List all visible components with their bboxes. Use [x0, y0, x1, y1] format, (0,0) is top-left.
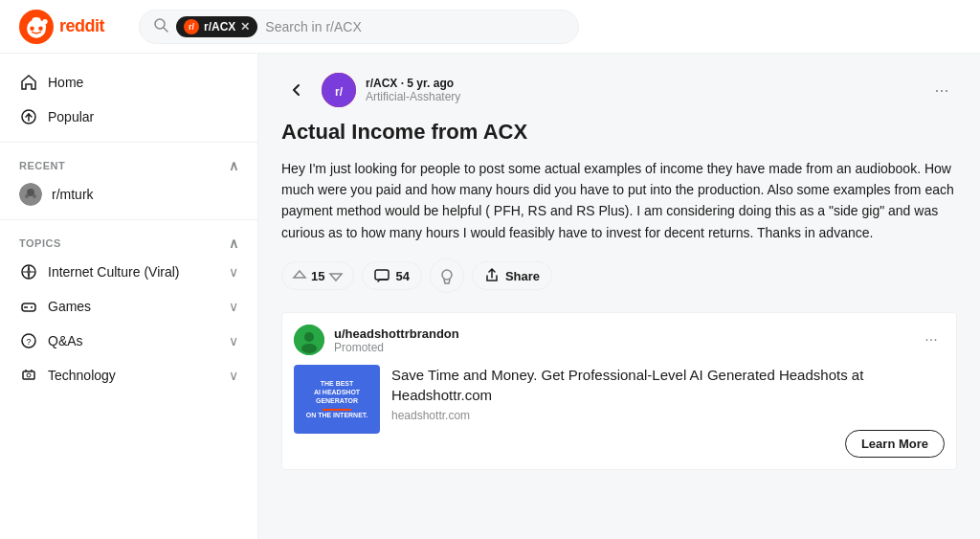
downvote-button[interactable]	[328, 268, 344, 283]
post-subreddit: r/ACX · 5 yr. ago	[366, 77, 917, 90]
main-content: r/ r/ACX · 5 yr. ago Artificial-Asshater…	[258, 54, 980, 539]
ad-image-text-3: GENERATOR	[316, 396, 358, 405]
share-button[interactable]: Share	[472, 261, 552, 290]
award-icon	[438, 267, 456, 284]
ad-promoted-label: Promoted	[334, 341, 459, 354]
sidebar: Home Popular RECENT ∧ r/mturk TOPICS ∧	[0, 54, 258, 539]
search-tag-icon: r/	[184, 19, 199, 34]
search-bar[interactable]: r/ r/ACX ✕	[139, 10, 579, 44]
search-tag-label: r/ACX	[204, 20, 235, 34]
svg-rect-23	[23, 371, 34, 379]
post-body: Hey I'm just looking for people to post …	[281, 158, 957, 244]
topics-section-label: TOPICS ∧	[0, 228, 257, 255]
learn-more-button[interactable]: Learn More	[845, 430, 945, 458]
ad-content: THE BEST AI HEADSHOT GENERATOR ON THE IN…	[294, 365, 945, 458]
ad-image-text-1: THE BEST	[321, 379, 354, 388]
comment-button[interactable]: 54	[362, 261, 421, 290]
games-icon	[19, 297, 38, 316]
share-label: Share	[505, 269, 540, 283]
svg-rect-29	[375, 270, 389, 280]
internet-culture-label: Internet Culture (Viral)	[48, 264, 179, 280]
back-button[interactable]	[281, 75, 312, 105]
ad-user-info: u/headshottrbrandon Promoted	[334, 326, 459, 354]
sidebar-divider-1	[0, 142, 257, 143]
svg-text:?: ?	[26, 337, 31, 347]
svg-point-33	[301, 344, 317, 353]
award-button[interactable]	[430, 258, 464, 293]
sidebar-divider-2	[0, 219, 257, 220]
svg-text:r/: r/	[335, 85, 344, 99]
games-label: Games	[48, 299, 91, 314]
mturk-label: r/mturk	[52, 187, 94, 202]
popular-icon	[19, 107, 38, 126]
layout: Home Popular RECENT ∧ r/mturk TOPICS ∧	[0, 54, 980, 539]
ad-domain: headshottr.com	[391, 409, 945, 422]
sidebar-popular-label: Popular	[48, 109, 94, 124]
search-tag-close-icon[interactable]: ✕	[240, 20, 250, 34]
vote-count: 15	[311, 269, 324, 283]
ad-avatar	[294, 325, 324, 355]
vote-pill: 15	[281, 261, 354, 290]
post-title: Actual Income from ACX	[281, 119, 957, 146]
technology-chevron: ∨	[229, 368, 238, 383]
sidebar-item-technology[interactable]: Technology ∨	[0, 358, 257, 393]
svg-point-32	[304, 332, 314, 342]
sidebar-item-games[interactable]: Games ∨	[0, 289, 257, 324]
reddit-logo-text: reddit	[59, 16, 104, 36]
games-chevron: ∨	[229, 299, 238, 314]
svg-point-14	[33, 194, 36, 198]
recent-toggle[interactable]: ∧	[229, 158, 239, 173]
subreddit-avatar: r/	[322, 73, 356, 107]
ad-more-button[interactable]: ···	[918, 326, 945, 353]
technology-label: Technology	[48, 368, 116, 383]
share-icon	[484, 268, 500, 283]
technology-icon	[19, 366, 38, 385]
recent-section-label: RECENT ∧	[0, 150, 257, 177]
post-actions: 15 54 Share	[281, 258, 957, 293]
search-icon	[153, 17, 168, 35]
comment-icon	[374, 268, 390, 283]
search-subreddit-tag[interactable]: r/ r/ACX ✕	[176, 16, 257, 37]
svg-line-8	[164, 28, 167, 32]
ad-section: u/headshottrbrandon Promoted ··· THE BES…	[281, 312, 957, 470]
svg-point-4	[42, 18, 47, 23]
topics-toggle[interactable]: ∧	[229, 236, 239, 251]
post-more-button[interactable]: ···	[926, 75, 957, 105]
reddit-logo[interactable]: reddit	[19, 10, 104, 44]
qas-chevron: ∨	[229, 333, 238, 348]
ad-image: THE BEST AI HEADSHOT GENERATOR ON THE IN…	[294, 365, 380, 434]
sidebar-home-label: Home	[48, 75, 83, 90]
svg-point-24	[27, 373, 31, 377]
post-author: Artificial-Asshatery	[366, 90, 917, 103]
home-icon	[19, 73, 38, 92]
reddit-logo-icon	[19, 10, 54, 44]
sidebar-item-internet-culture[interactable]: Internet Culture (Viral) ∨	[0, 255, 257, 289]
sidebar-item-home[interactable]: Home	[0, 65, 257, 100]
qas-label: Q&As	[48, 333, 83, 348]
svg-point-6	[33, 17, 41, 22]
search-input[interactable]	[265, 19, 565, 34]
ad-text-area: Save Time and Money. Get Professional-Le…	[391, 365, 945, 458]
upvote-button[interactable]	[292, 268, 307, 283]
internet-culture-icon	[19, 262, 38, 281]
post-meta: r/ACX · 5 yr. ago Artificial-Asshatery	[366, 77, 917, 103]
ad-image-text-2: AI HEADSHOT	[314, 388, 360, 396]
sidebar-item-popular[interactable]: Popular	[0, 100, 257, 134]
comment-count: 54	[395, 269, 409, 283]
svg-point-20	[31, 306, 33, 308]
svg-point-2	[30, 26, 34, 31]
svg-point-13	[25, 194, 29, 198]
svg-point-3	[38, 26, 43, 31]
ad-header: u/headshottrbrandon Promoted ···	[294, 325, 945, 355]
internet-culture-chevron: ∨	[229, 264, 238, 280]
svg-point-30	[442, 270, 452, 280]
sidebar-item-mturk[interactable]: r/mturk	[0, 177, 257, 212]
ad-username: u/headshottrbrandon	[334, 326, 459, 341]
sidebar-item-qas[interactable]: ? Q&As ∨	[0, 324, 257, 358]
header: reddit r/ r/ACX ✕	[0, 0, 980, 54]
mturk-avatar	[19, 183, 42, 206]
ad-headline: Save Time and Money. Get Professional-Le…	[391, 365, 945, 405]
qas-icon: ?	[19, 331, 38, 350]
post-header: r/ r/ACX · 5 yr. ago Artificial-Asshater…	[281, 73, 957, 107]
ad-image-text-4: ON THE INTERNET.	[306, 411, 368, 419]
